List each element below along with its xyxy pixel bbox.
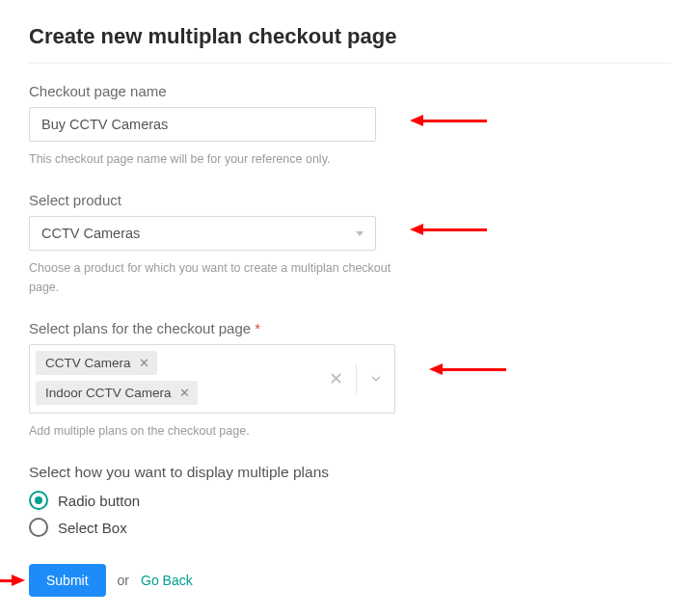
select-product-label: Select product (29, 192, 671, 208)
submit-button[interactable]: Submit (29, 564, 106, 597)
field-select-plans: Select plans for the checkout page * CCT… (29, 320, 671, 441)
caret-down-icon (356, 231, 363, 236)
checkout-name-helper: This checkout page name will be for your… (29, 149, 405, 169)
field-checkout-name: Checkout page name This checkout page na… (29, 83, 671, 169)
plan-chip-label: CCTV Camera (45, 356, 131, 370)
display-style-label: Select how you want to display multiple … (29, 464, 671, 481)
radio-option-label: Radio button (58, 493, 140, 509)
page-title: Create new multiplan checkout page (29, 24, 671, 49)
create-multiplan-checkout-page: Create new multiplan checkout page Check… (0, 0, 700, 616)
radio-option-select-box[interactable]: Select Box (29, 518, 671, 537)
display-style-radio-group: Radio button Select Box (29, 491, 671, 537)
plan-chip-label: Indoor CCTV Camera (45, 386, 172, 400)
select-plans-multiselect[interactable]: CCTV Camera ✕ Indoor CCTV Camera ✕ ✕ (29, 344, 395, 414)
radio-icon (29, 491, 48, 510)
selected-plan-chips: CCTV Camera ✕ Indoor CCTV Camera ✕ (30, 345, 317, 413)
annotation-arrow (410, 120, 487, 121)
select-plans-helper: Add multiple plans on the checkout page. (29, 421, 405, 441)
chip-remove-icon[interactable]: ✕ (179, 387, 190, 399)
select-product-value: CCTV Cameras (41, 226, 140, 241)
checkout-name-input[interactable] (29, 107, 376, 142)
vertical-divider (356, 364, 357, 393)
go-back-link[interactable]: Go Back (141, 573, 193, 588)
annotation-arrow (0, 579, 25, 581)
radio-icon (29, 518, 48, 537)
field-display-style: Select how you want to display multiple … (29, 464, 671, 537)
form-actions: Submit or Go Back (29, 564, 671, 597)
select-product-dropdown[interactable]: CCTV Cameras (29, 216, 376, 251)
chip-remove-icon[interactable]: ✕ (139, 357, 149, 369)
required-marker: * (255, 320, 260, 336)
select-plans-label: Select plans for the checkout page * (29, 320, 671, 336)
select-plans-label-text: Select plans for the checkout page (29, 320, 251, 336)
annotation-arrow (410, 228, 487, 230)
divider (29, 63, 671, 64)
annotation-arrow (429, 368, 506, 370)
checkout-name-label: Checkout page name (29, 83, 671, 99)
plan-chip: Indoor CCTV Camera ✕ (36, 381, 198, 405)
radio-option-radio-button[interactable]: Radio button (29, 491, 671, 510)
plan-chip: CCTV Camera ✕ (36, 351, 157, 375)
select-product-helper: Choose a product for which you want to c… (29, 258, 405, 297)
or-text: or (118, 573, 129, 588)
multiselect-actions: ✕ (317, 345, 394, 413)
clear-all-icon[interactable]: ✕ (325, 370, 347, 388)
chevron-down-icon[interactable] (365, 372, 387, 386)
field-select-product: Select product CCTV Cameras Choose a pro… (29, 192, 671, 297)
radio-option-label: Select Box (58, 520, 127, 536)
